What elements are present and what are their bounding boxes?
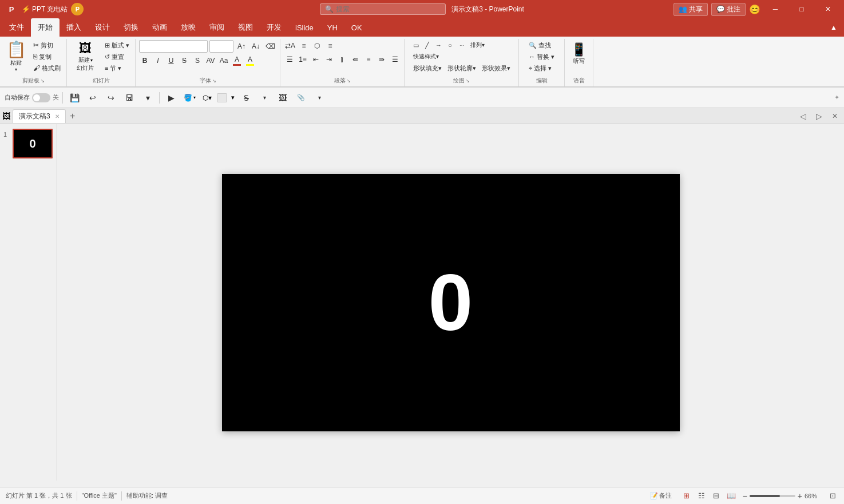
shape-effect-btn[interactable]: 形状效果▾ [480, 63, 513, 73]
font-color-btn[interactable]: A [231, 55, 243, 66]
underline-btn[interactable]: U [165, 55, 177, 66]
search-input[interactable] [336, 5, 427, 13]
fill-color-dropdown[interactable]: ▾ [193, 95, 196, 100]
qa-expand-btn[interactable]: ▾ [311, 90, 327, 105]
highlight-color-btn[interactable]: A [244, 55, 256, 66]
save-as-btn[interactable]: 🖫 [121, 90, 137, 105]
tab-developer[interactable]: 开发 [260, 18, 288, 37]
reset-button[interactable]: ↺ 重置 [102, 51, 132, 62]
shape-arrow-icon[interactable]: → [434, 40, 444, 50]
undo-btn[interactable]: ↩ [85, 90, 101, 105]
decrease-indent-btn[interactable]: ⇤ [310, 54, 322, 65]
numbering-btn[interactable]: 1≡ [297, 54, 308, 65]
tab-islide[interactable]: iSlide [288, 18, 320, 37]
redo-btn[interactable]: ↪ [103, 90, 119, 105]
format-painter-button[interactable]: 🖌 格式刷 [31, 63, 63, 73]
arrange-btn[interactable]: 排列▾ [468, 40, 487, 50]
clipboard-expand-icon[interactable]: ↘ [41, 78, 45, 84]
slide-canvas[interactable]: 0 [222, 174, 680, 431]
para-expand-icon[interactable]: ↘ [347, 78, 351, 84]
font-size-input[interactable]: 287 [209, 40, 233, 53]
align-right-btn[interactable]: ⇛ [376, 54, 387, 65]
image-qa-btn[interactable]: 🖼 [275, 90, 291, 105]
shape-outline-btn[interactable]: 形状轮廓▾ [445, 63, 478, 73]
shadow-qa-btn[interactable]: S̶ [238, 90, 254, 105]
emoji-btn[interactable]: 😊 [749, 4, 760, 15]
tab-transitions[interactable]: 切换 [117, 18, 145, 37]
quick-styles-btn[interactable]: 快速样式▾ [411, 51, 441, 62]
collapse-ribbon-btn[interactable]: ▲ [826, 21, 842, 34]
color-more-qa-btn[interactable]: ▾ [230, 93, 236, 102]
tab-animations[interactable]: 动画 [145, 18, 174, 37]
comment-button[interactable]: 💬 批注 [711, 3, 746, 16]
start-from-beginning-btn[interactable]: ▶ [163, 90, 179, 105]
justify-btn[interactable]: ☰ [389, 54, 401, 65]
zoom-level[interactable]: 66% [805, 493, 823, 499]
slide-sorter-btn[interactable]: ⊟ [710, 490, 723, 502]
copy-button[interactable]: ⎘ 复制 [31, 51, 63, 62]
ppt-charge-btn[interactable]: ⚡ PPT 充电站 [22, 5, 68, 14]
convert-smartart-btn[interactable]: ⬡ [311, 40, 323, 51]
tab-yh[interactable]: YH [320, 18, 344, 37]
zoom-out-icon[interactable]: − [743, 491, 747, 501]
increase-font-size-btn[interactable]: A↑ [235, 40, 248, 53]
replace-button[interactable]: ↔ 替换 ▾ [526, 51, 557, 62]
shape-oval-icon[interactable]: ○ [445, 40, 455, 50]
char-spacing-btn[interactable]: AV [205, 55, 216, 66]
fill-color-qa-btn[interactable]: 🪣 ▾ [181, 93, 198, 103]
slide-item-1[interactable]: 1 0 [3, 129, 53, 158]
doc-tab[interactable]: 演示文稿3 ✕ [13, 109, 66, 123]
new-tab-btn[interactable]: + [66, 109, 80, 123]
close-ribbon-btn[interactable]: ✕ [828, 109, 842, 123]
increase-indent-btn[interactable]: ⇥ [323, 54, 335, 65]
shape-more-btn[interactable]: ⋯ [457, 40, 467, 50]
search-box[interactable]: 🔍 [320, 3, 446, 15]
columns-btn[interactable]: ⫿ [336, 54, 348, 65]
next-tab-btn[interactable]: ▷ [812, 109, 826, 123]
line-spacing-btn[interactable]: ≡ [324, 40, 336, 51]
clear-format-btn[interactable]: ⌫ [264, 40, 276, 53]
tab-design[interactable]: 设计 [88, 18, 117, 37]
share-button[interactable]: 👥 共享 [673, 3, 708, 16]
listen-button[interactable]: 📱 听写 [569, 40, 589, 68]
outline-qa-btn[interactable]: ⬡▾ [200, 93, 214, 103]
zoom-in-icon[interactable]: + [798, 491, 802, 501]
align-center-btn[interactable]: ≡ [363, 54, 374, 65]
toggle-switch[interactable] [32, 93, 50, 102]
bold-btn[interactable]: B [139, 55, 150, 66]
drawing-expand-icon[interactable]: ↘ [466, 78, 470, 84]
shape-fill-btn[interactable]: 形状填充▾ [411, 63, 444, 73]
save-btn[interactable]: 💾 [66, 90, 82, 105]
tab-ok[interactable]: OK [344, 18, 369, 37]
outline-view-btn[interactable]: ☷ [695, 490, 708, 502]
decrease-font-size-btn[interactable]: A↓ [249, 40, 262, 53]
shadow-btn[interactable]: S [192, 55, 203, 66]
tab-insert[interactable]: 插入 [60, 18, 88, 37]
autosave-toggle[interactable]: 自动保存 关 [5, 93, 59, 102]
shadow-dropdown-qa[interactable]: ▾ [256, 90, 272, 105]
layout-button[interactable]: ⊞ 版式 ▾ [102, 40, 132, 50]
minimize-button[interactable]: ─ [764, 2, 787, 17]
reading-view-btn[interactable]: 📖 [724, 490, 738, 502]
font-expand-icon[interactable]: ↘ [212, 78, 216, 84]
tab-slideshow[interactable]: 放映 [174, 18, 203, 37]
section-button[interactable]: ≡ 节 ▾ [102, 63, 132, 73]
qa-more-btn[interactable]: ▾ [140, 90, 156, 105]
office-btn[interactable]: 📎 [293, 90, 309, 105]
tab-file[interactable]: 文件 [2, 18, 31, 37]
shape-rect-icon[interactable]: ▭ [411, 40, 421, 50]
bullets-btn[interactable]: ☰ [284, 54, 295, 65]
case-btn[interactable]: Aa [218, 55, 229, 66]
close-button[interactable]: ✕ [817, 2, 839, 17]
color-white[interactable] [217, 93, 227, 102]
italic-btn[interactable]: I [152, 55, 164, 66]
text-direction-btn[interactable]: ⇄A [284, 40, 296, 51]
find-button[interactable]: 🔍 查找 [526, 40, 553, 50]
tab-review[interactable]: 审阅 [203, 18, 231, 37]
select-button[interactable]: ⌖ 选择 ▾ [526, 63, 554, 73]
font-family-select[interactable] [139, 40, 208, 53]
strikethrough-btn[interactable]: S [179, 55, 190, 66]
align-left-btn[interactable]: ⇚ [350, 54, 361, 65]
shape-line-icon[interactable]: ╱ [422, 40, 433, 50]
close-tab-icon[interactable]: ✕ [55, 113, 60, 120]
